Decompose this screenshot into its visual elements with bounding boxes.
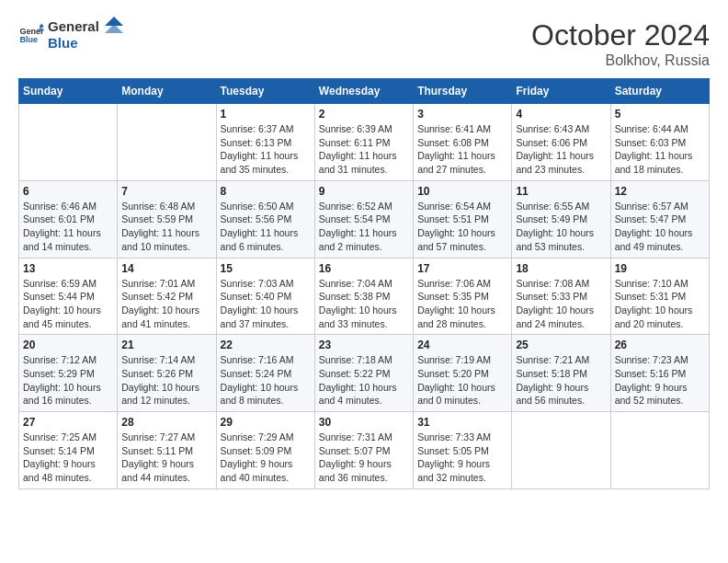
calendar-cell: 8Sunrise: 6:50 AMSunset: 5:56 PMDaylight… xyxy=(216,180,314,258)
page-header: General Blue General Blue October 2024 B… xyxy=(18,18,710,69)
calendar-cell: 11Sunrise: 6:55 AMSunset: 5:49 PMDayligh… xyxy=(512,180,610,258)
day-number: 28 xyxy=(121,416,211,429)
calendar-cell: 6Sunrise: 6:46 AMSunset: 6:01 PMDaylight… xyxy=(19,180,118,258)
calendar-cell: 29Sunrise: 7:29 AMSunset: 5:09 PMDayligh… xyxy=(216,412,314,489)
day-number: 23 xyxy=(319,339,409,351)
day-number: 20 xyxy=(23,339,113,351)
calendar-cell: 3Sunrise: 6:41 AMSunset: 6:08 PMDaylight… xyxy=(414,104,512,181)
day-number: 21 xyxy=(121,339,211,351)
title-block: October 2024 Bolkhov, Russia xyxy=(531,18,710,69)
calendar-cell xyxy=(118,104,216,181)
calendar-cell: 1Sunrise: 6:37 AMSunset: 6:13 PMDaylight… xyxy=(216,104,314,181)
day-content: Sunrise: 7:19 AMSunset: 5:20 PMDaylight:… xyxy=(417,353,507,408)
svg-marker-2 xyxy=(39,23,44,27)
calendar-cell: 7Sunrise: 6:48 AMSunset: 5:59 PMDaylight… xyxy=(118,180,216,258)
calendar-week-2: 6Sunrise: 6:46 AMSunset: 6:01 PMDaylight… xyxy=(19,180,710,258)
calendar-cell: 27Sunrise: 7:25 AMSunset: 5:14 PMDayligh… xyxy=(19,412,118,489)
day-content: Sunrise: 6:59 AMSunset: 5:44 PMDaylight:… xyxy=(23,277,113,331)
day-number: 25 xyxy=(516,339,606,351)
logo-arrow-icon xyxy=(105,17,123,44)
day-content: Sunrise: 6:55 AMSunset: 5:49 PMDaylight:… xyxy=(516,200,606,254)
day-content: Sunrise: 6:52 AMSunset: 5:54 PMDaylight:… xyxy=(319,200,409,254)
day-content: Sunrise: 7:18 AMSunset: 5:22 PMDaylight:… xyxy=(319,353,409,408)
day-content: Sunrise: 6:41 AMSunset: 6:08 PMDaylight:… xyxy=(417,122,507,177)
day-content: Sunrise: 7:16 AMSunset: 5:24 PMDaylight:… xyxy=(221,353,311,408)
calendar-cell: 21Sunrise: 7:14 AMSunset: 5:26 PMDayligh… xyxy=(118,335,216,412)
day-content: Sunrise: 7:04 AMSunset: 5:38 PMDaylight:… xyxy=(319,277,409,331)
day-content: Sunrise: 7:27 AMSunset: 5:11 PMDaylight:… xyxy=(121,431,211,485)
calendar-cell: 16Sunrise: 7:04 AMSunset: 5:38 PMDayligh… xyxy=(314,258,413,335)
day-number: 4 xyxy=(516,108,606,121)
day-number: 29 xyxy=(221,416,311,429)
header-monday: Monday xyxy=(118,79,216,104)
calendar-cell: 15Sunrise: 7:03 AMSunset: 5:40 PMDayligh… xyxy=(216,258,314,335)
day-number: 11 xyxy=(516,185,606,198)
day-number: 7 xyxy=(121,185,211,198)
day-number: 8 xyxy=(221,185,311,198)
day-content: Sunrise: 7:06 AMSunset: 5:35 PMDaylight:… xyxy=(417,277,507,331)
calendar-cell xyxy=(512,412,610,489)
calendar-cell: 25Sunrise: 7:21 AMSunset: 5:18 PMDayligh… xyxy=(512,335,610,412)
calendar-cell: 18Sunrise: 7:08 AMSunset: 5:33 PMDayligh… xyxy=(512,258,610,335)
calendar-cell: 31Sunrise: 7:33 AMSunset: 5:05 PMDayligh… xyxy=(414,412,512,489)
day-content: Sunrise: 6:48 AMSunset: 5:59 PMDaylight:… xyxy=(121,200,211,254)
day-number: 2 xyxy=(319,108,409,121)
day-number: 10 xyxy=(417,185,507,198)
day-content: Sunrise: 7:03 AMSunset: 5:40 PMDaylight:… xyxy=(221,277,311,331)
calendar-cell: 30Sunrise: 7:31 AMSunset: 5:07 PMDayligh… xyxy=(314,412,413,489)
day-number: 1 xyxy=(221,108,311,121)
header-thursday: Thursday xyxy=(414,79,512,104)
day-content: Sunrise: 7:10 AMSunset: 5:31 PMDaylight:… xyxy=(615,277,705,331)
calendar-week-5: 27Sunrise: 7:25 AMSunset: 5:14 PMDayligh… xyxy=(19,412,710,489)
day-number: 5 xyxy=(615,108,705,121)
day-number: 6 xyxy=(23,185,113,198)
logo-icon: General Blue xyxy=(18,22,44,48)
day-content: Sunrise: 7:25 AMSunset: 5:14 PMDaylight:… xyxy=(23,431,113,485)
calendar-cell xyxy=(19,104,118,181)
day-content: Sunrise: 6:57 AMSunset: 5:47 PMDaylight:… xyxy=(615,200,705,254)
day-number: 27 xyxy=(23,416,113,429)
day-content: Sunrise: 6:43 AMSunset: 6:06 PMDaylight:… xyxy=(516,122,606,177)
calendar-cell: 24Sunrise: 7:19 AMSunset: 5:20 PMDayligh… xyxy=(414,335,512,412)
day-content: Sunrise: 7:33 AMSunset: 5:05 PMDaylight:… xyxy=(417,431,507,485)
day-number: 26 xyxy=(615,339,705,351)
day-number: 9 xyxy=(319,185,409,198)
calendar-cell: 10Sunrise: 6:54 AMSunset: 5:51 PMDayligh… xyxy=(414,180,512,258)
calendar-cell: 4Sunrise: 6:43 AMSunset: 6:06 PMDaylight… xyxy=(512,104,610,181)
day-content: Sunrise: 7:31 AMSunset: 5:07 PMDaylight:… xyxy=(319,431,409,485)
day-content: Sunrise: 7:29 AMSunset: 5:09 PMDaylight:… xyxy=(221,431,311,485)
day-number: 19 xyxy=(615,262,705,275)
logo-text-general: General xyxy=(48,18,99,35)
day-number: 17 xyxy=(417,262,507,275)
day-content: Sunrise: 6:54 AMSunset: 5:51 PMDaylight:… xyxy=(417,200,507,254)
calendar-cell xyxy=(610,412,709,489)
day-number: 31 xyxy=(417,416,507,429)
calendar-week-1: 1Sunrise: 6:37 AMSunset: 6:13 PMDaylight… xyxy=(19,104,710,181)
header-sunday: Sunday xyxy=(19,79,118,104)
calendar-cell: 28Sunrise: 7:27 AMSunset: 5:11 PMDayligh… xyxy=(118,412,216,489)
day-number: 24 xyxy=(417,339,507,351)
calendar-cell: 20Sunrise: 7:12 AMSunset: 5:29 PMDayligh… xyxy=(19,335,118,412)
calendar-cell: 19Sunrise: 7:10 AMSunset: 5:31 PMDayligh… xyxy=(610,258,709,335)
calendar-cell: 12Sunrise: 6:57 AMSunset: 5:47 PMDayligh… xyxy=(610,180,709,258)
header-tuesday: Tuesday xyxy=(216,79,314,104)
svg-text:Blue: Blue xyxy=(19,35,38,44)
header-wednesday: Wednesday xyxy=(314,79,413,104)
calendar-cell: 26Sunrise: 7:23 AMSunset: 5:16 PMDayligh… xyxy=(610,335,709,412)
calendar-cell: 23Sunrise: 7:18 AMSunset: 5:22 PMDayligh… xyxy=(314,335,413,412)
day-number: 15 xyxy=(221,262,311,275)
calendar-cell: 17Sunrise: 7:06 AMSunset: 5:35 PMDayligh… xyxy=(414,258,512,335)
day-content: Sunrise: 7:01 AMSunset: 5:42 PMDaylight:… xyxy=(121,277,211,331)
calendar-cell: 14Sunrise: 7:01 AMSunset: 5:42 PMDayligh… xyxy=(118,258,216,335)
day-content: Sunrise: 7:08 AMSunset: 5:33 PMDaylight:… xyxy=(516,277,606,331)
day-content: Sunrise: 6:44 AMSunset: 6:03 PMDaylight:… xyxy=(615,122,705,177)
calendar-table: SundayMondayTuesdayWednesdayThursdayFrid… xyxy=(18,78,710,489)
calendar-week-3: 13Sunrise: 6:59 AMSunset: 5:44 PMDayligh… xyxy=(19,258,710,335)
calendar-header-row: SundayMondayTuesdayWednesdayThursdayFrid… xyxy=(19,79,710,104)
day-number: 12 xyxy=(615,185,705,198)
day-content: Sunrise: 7:14 AMSunset: 5:26 PMDaylight:… xyxy=(121,353,211,408)
day-content: Sunrise: 6:46 AMSunset: 6:01 PMDaylight:… xyxy=(23,200,113,254)
day-number: 18 xyxy=(516,262,606,275)
calendar-cell: 5Sunrise: 6:44 AMSunset: 6:03 PMDaylight… xyxy=(610,104,709,181)
day-number: 3 xyxy=(417,108,507,121)
